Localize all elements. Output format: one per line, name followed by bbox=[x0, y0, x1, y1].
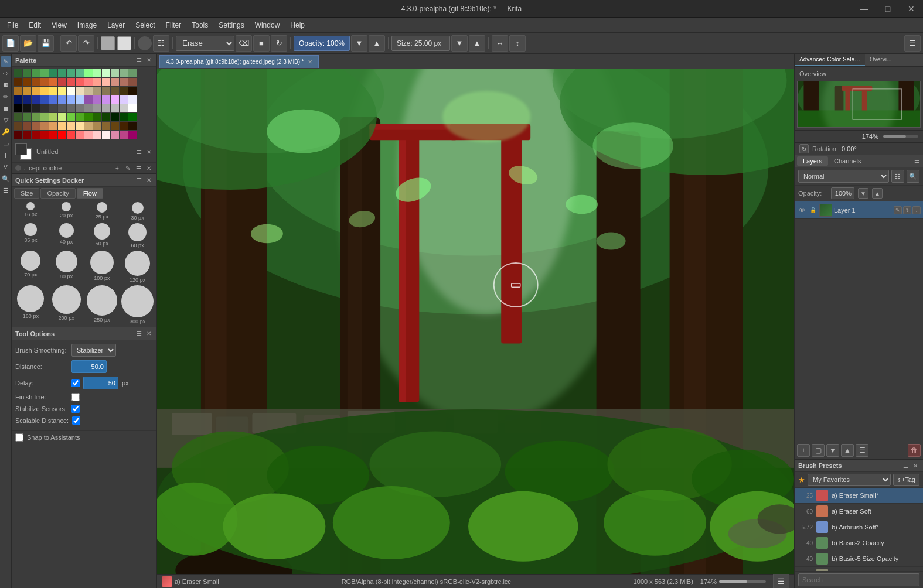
color-cell[interactable] bbox=[40, 87, 49, 95]
color-cell[interactable] bbox=[84, 95, 93, 104]
layer-close-icon[interactable]: ✕ bbox=[145, 148, 153, 156]
color-cell[interactable] bbox=[23, 104, 31, 112]
erase-mode-select[interactable]: Erase bbox=[176, 36, 234, 51]
canvas-tab[interactable]: 4.3.0-prealpha (git 8c9b10e): galteed.jp… bbox=[159, 55, 319, 68]
tab-overview[interactable]: Overvi... bbox=[865, 54, 896, 66]
rotate-canvas-icon[interactable]: ↻ bbox=[799, 144, 809, 153]
color-cell[interactable] bbox=[93, 104, 101, 112]
redo-button[interactable]: ↷ bbox=[78, 35, 94, 52]
color-cell[interactable] bbox=[23, 87, 31, 95]
layer-lock-icon[interactable]: 🔓 bbox=[808, 206, 818, 215]
color-cell[interactable] bbox=[67, 87, 75, 95]
quick-settings-settings-icon[interactable]: ☰ bbox=[135, 176, 143, 184]
color-cell[interactable] bbox=[93, 95, 101, 104]
color-cell[interactable] bbox=[84, 78, 93, 86]
opacity-down-btn[interactable]: ▼ bbox=[858, 188, 868, 199]
color-cell[interactable] bbox=[32, 104, 40, 112]
layer-settings-icon[interactable]: ☰ bbox=[135, 148, 143, 156]
color-cell[interactable] bbox=[40, 69, 49, 77]
brush-size-250[interactable]: 250 px bbox=[86, 285, 119, 324]
close-button[interactable]: ✕ bbox=[900, 0, 923, 18]
brush-size-120[interactable]: 120 px bbox=[121, 251, 154, 283]
color-cell[interactable] bbox=[102, 95, 110, 104]
brush-size-40[interactable]: 40 px bbox=[50, 223, 83, 248]
color-cell[interactable] bbox=[32, 131, 40, 139]
color-cell[interactable] bbox=[49, 69, 57, 77]
menu-window[interactable]: Window bbox=[250, 20, 285, 30]
color-cell[interactable] bbox=[67, 122, 75, 130]
color-cell[interactable] bbox=[67, 113, 75, 121]
layer-visibility-icon[interactable]: 👁 bbox=[797, 206, 806, 215]
maximize-button[interactable]: □ bbox=[876, 0, 900, 18]
brush-preset-item-4[interactable]: 40b) Basic-5 Size Opacity bbox=[795, 551, 923, 567]
stabilize-sensors-checkbox[interactable] bbox=[71, 405, 80, 413]
color-cell[interactable] bbox=[120, 122, 128, 130]
color-cell[interactable] bbox=[49, 95, 57, 104]
menu-tools[interactable]: Tools bbox=[187, 20, 213, 30]
tool-gradient[interactable]: ▽ bbox=[1, 115, 11, 125]
color-cell[interactable] bbox=[128, 122, 137, 130]
color-cell[interactable] bbox=[93, 87, 101, 95]
color-cell[interactable] bbox=[128, 104, 137, 112]
mirror-y-button[interactable]: ↕ bbox=[509, 35, 526, 52]
color-cell[interactable] bbox=[111, 122, 119, 130]
color-cell[interactable] bbox=[58, 69, 66, 77]
color-cell[interactable] bbox=[14, 69, 22, 77]
layer-search-button[interactable]: 🔍 bbox=[907, 170, 919, 183]
color-cell[interactable] bbox=[58, 104, 66, 112]
brush-size-25[interactable]: 25 px bbox=[86, 202, 119, 221]
grid-button[interactable]: ☷ bbox=[153, 35, 169, 52]
brush-size-50[interactable]: 50 px bbox=[86, 223, 119, 248]
menu-file[interactable]: File bbox=[2, 20, 23, 30]
color-cell[interactable] bbox=[102, 131, 110, 139]
tab-channels[interactable]: Channels bbox=[828, 156, 867, 166]
color-cell[interactable] bbox=[76, 113, 84, 121]
brush-preset-button[interactable] bbox=[138, 36, 152, 50]
color-cell[interactable] bbox=[67, 104, 75, 112]
settings-button[interactable]: ☰ bbox=[904, 35, 921, 52]
color-cell[interactable] bbox=[111, 69, 119, 77]
copy-layer-button[interactable]: ▢ bbox=[812, 444, 825, 457]
color-cell[interactable] bbox=[128, 78, 137, 86]
layer-merge-btn[interactable]: ↴ bbox=[903, 206, 911, 214]
brush-size-35[interactable]: 35 px bbox=[14, 223, 47, 248]
layers-settings-icon[interactable]: ☰ bbox=[912, 156, 921, 165]
color-cell[interactable] bbox=[84, 87, 93, 95]
color-cell[interactable] bbox=[67, 78, 75, 86]
color-cell[interactable] bbox=[93, 113, 101, 121]
color-cell[interactable] bbox=[128, 131, 137, 139]
color-cell[interactable] bbox=[14, 87, 22, 95]
close-canvas-tab-icon[interactable]: ✕ bbox=[308, 59, 312, 65]
tool-transform[interactable]: ⚈ bbox=[1, 80, 11, 90]
tool-picker[interactable]: 🔑 bbox=[1, 127, 11, 137]
scalable-distance-checkbox[interactable] bbox=[72, 416, 80, 425]
color-cell[interactable] bbox=[23, 69, 31, 77]
color-cell[interactable] bbox=[76, 78, 84, 86]
color-cell[interactable] bbox=[14, 131, 22, 139]
color-cell[interactable] bbox=[84, 113, 93, 121]
tool-pan[interactable]: ☰ bbox=[1, 185, 11, 196]
brush-size-300[interactable]: 300 px bbox=[121, 285, 154, 324]
tab-flow[interactable]: Flow bbox=[77, 188, 103, 199]
color-cell[interactable] bbox=[120, 95, 128, 104]
color-cell[interactable] bbox=[102, 104, 110, 112]
color-cell[interactable] bbox=[40, 104, 49, 112]
mirror-x-button[interactable]: ↔ bbox=[492, 35, 508, 52]
color-cell[interactable] bbox=[67, 95, 75, 104]
brush-preset-item-5[interactable]: 10c) Pencil-2 bbox=[795, 567, 923, 571]
brush-preset-item-0[interactable]: 25a) Eraser Small* bbox=[795, 488, 923, 504]
color-cell[interactable] bbox=[84, 122, 93, 130]
color-cell[interactable] bbox=[111, 131, 119, 139]
size-display[interactable]: Size: 25.00 px bbox=[391, 36, 450, 51]
color-cell[interactable] bbox=[58, 95, 66, 104]
color-cell[interactable] bbox=[32, 113, 40, 121]
size-up-button[interactable]: ▲ bbox=[469, 35, 485, 52]
color-cell[interactable] bbox=[58, 113, 66, 121]
color-cell[interactable] bbox=[32, 122, 40, 130]
color-cell[interactable] bbox=[40, 78, 49, 86]
menu-view[interactable]: View bbox=[47, 20, 71, 30]
color-cell[interactable] bbox=[120, 104, 128, 112]
color-cell[interactable] bbox=[58, 87, 66, 95]
size-down-button[interactable]: ▼ bbox=[451, 35, 468, 52]
color-cell[interactable] bbox=[128, 95, 137, 104]
